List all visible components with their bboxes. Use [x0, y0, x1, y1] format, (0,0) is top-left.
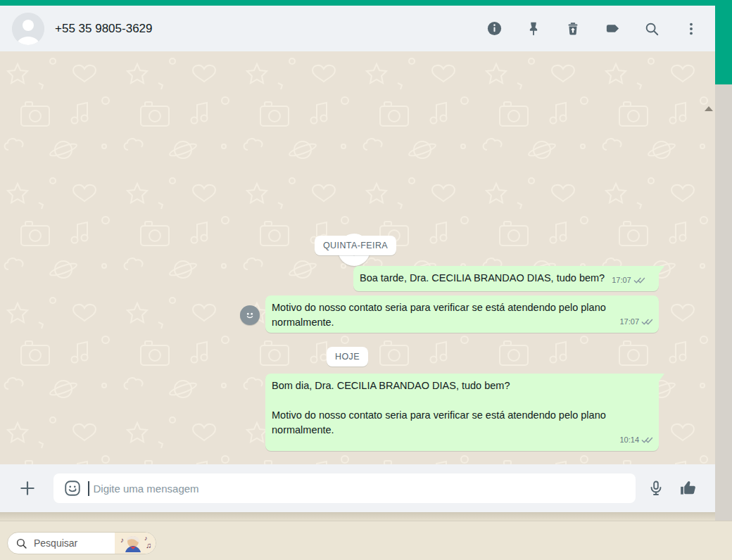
message-time: 17:07	[619, 314, 639, 329]
plus-icon	[18, 479, 37, 497]
emoji-picker-icon[interactable]	[63, 479, 82, 497]
attach-button[interactable]	[11, 472, 44, 504]
microphone-icon	[648, 480, 664, 497]
message-input[interactable]	[92, 482, 636, 495]
date-chip-quinta-feira: QUINTA-FEIRA	[315, 236, 396, 255]
scroll-up-arrow[interactable]	[705, 106, 713, 111]
message-bubble[interactable]: Boa tarde, Dra. CECILIA BRANDAO DIAS, tu…	[353, 266, 659, 291]
background-accent-strip	[715, 6, 732, 84]
message-bubble[interactable]: Motivo do nosso contato seria para verif…	[265, 295, 659, 333]
taskbar-search[interactable]: Pesquisar ♪ ♪ ♫	[7, 532, 156, 554]
search-icon[interactable]	[643, 20, 660, 37]
taskbar: Pesquisar ♪ ♪ ♫	[0, 521, 732, 560]
date-chip-hoje: HOJE	[327, 347, 368, 367]
trash-icon[interactable]	[564, 20, 581, 37]
chat-header: +55 35 9805-3629	[0, 6, 715, 51]
search-icon	[15, 537, 27, 549]
message-text: Motivo do nosso contato seria para verif…	[272, 300, 652, 330]
message-text: Bom dia, Dra. CECILIA BRANDAO DIAS, tudo…	[272, 378, 652, 393]
label-icon[interactable]	[604, 20, 621, 37]
avatar[interactable]	[12, 13, 44, 45]
bubble-tail	[659, 266, 664, 275]
smiley-icon	[244, 309, 256, 322]
microphone-button[interactable]	[644, 476, 668, 500]
thumbs-up-icon	[679, 479, 698, 497]
double-check-icon	[633, 276, 645, 284]
search-label: Pesquisar	[34, 537, 77, 549]
desktop-gap	[0, 512, 715, 521]
window-top-accent-bar	[0, 0, 732, 6]
react-button[interactable]	[240, 305, 260, 325]
message-time: 10:14	[619, 433, 639, 447]
kebab-menu-icon[interactable]	[683, 20, 700, 37]
contact-name[interactable]: +55 35 9805-3629	[55, 22, 153, 36]
search-highlight-art: ♪ ♪ ♫	[115, 532, 156, 554]
info-icon[interactable]	[486, 20, 503, 37]
pin-icon[interactable]	[525, 20, 542, 37]
message-bubble[interactable]: Bom dia, Dra. CECILIA BRANDAO DIAS, tudo…	[265, 374, 659, 451]
screen: +55 35 9805-3629	[0, 0, 732, 560]
person-icon	[12, 13, 44, 45]
chat-area: QUINTA-FEIRA Boa tarde, Dra. CECILIA BRA…	[0, 51, 715, 464]
message-text: Motivo do nosso contato seria para verif…	[272, 408, 652, 438]
message-composer	[0, 464, 715, 512]
thumbs-up-button[interactable]	[676, 476, 700, 500]
svg-text:♫: ♫	[146, 541, 151, 549]
message-text: Boa tarde, Dra. CECILIA BRANDAO DIAS, tu…	[360, 271, 605, 286]
bubble-tail	[659, 374, 664, 383]
double-check-icon	[641, 436, 653, 444]
text-cursor	[88, 481, 89, 496]
double-check-icon	[641, 318, 653, 326]
message-time: 17:07	[612, 273, 631, 288]
background-strip	[715, 84, 732, 521]
message-input-container[interactable]	[53, 473, 636, 503]
svg-text:♪: ♪	[120, 536, 124, 544]
